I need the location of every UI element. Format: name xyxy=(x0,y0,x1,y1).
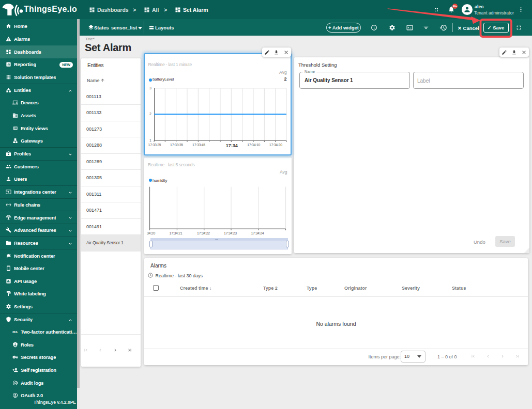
svg-text:2FA: 2FA xyxy=(12,331,18,334)
